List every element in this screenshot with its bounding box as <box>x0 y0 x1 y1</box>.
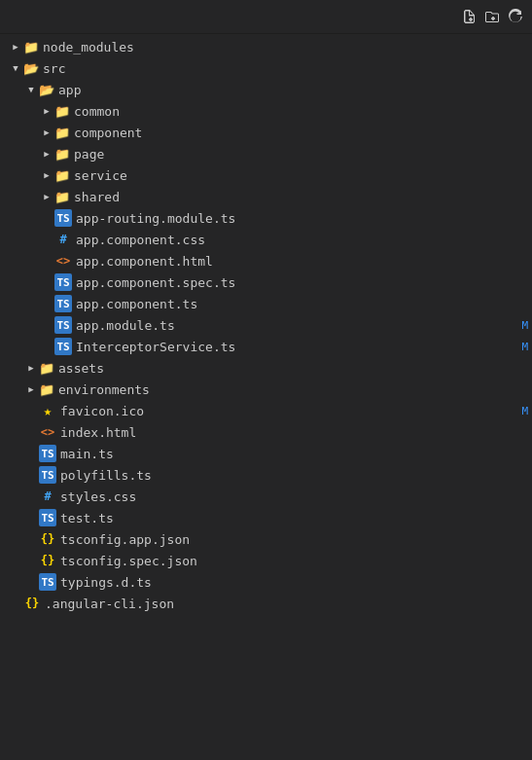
no-arrow <box>39 253 54 269</box>
file-explorer: 📁 node_modules 📂 src 📂 app 📁 common 📁 co… <box>0 0 532 760</box>
tree-item-app-component-ts[interactable]: TS app.component.ts <box>0 293 532 314</box>
ts-icon: TS <box>54 209 72 227</box>
arrow-right-icon <box>39 146 54 162</box>
tree-item-app-module-ts[interactable]: TS app.module.ts M <box>0 314 532 336</box>
tree-item-common[interactable]: 📁 common <box>0 100 532 122</box>
no-arrow <box>23 553 39 568</box>
item-label: component <box>74 126 142 140</box>
tree-item-app-component-html[interactable]: <> app.component.html <box>0 250 532 271</box>
tree-item-typings-d-ts[interactable]: TS typings.d.ts <box>0 571 532 593</box>
tree-item-environments[interactable]: 📁 environments <box>0 379 532 400</box>
ts-icon: TS <box>54 338 72 355</box>
json-icon: {} <box>39 530 56 548</box>
tree-item-test-ts[interactable]: TS test.ts <box>0 507 532 528</box>
folder-closed-icon: 📁 <box>54 126 70 140</box>
ts-icon: TS <box>39 509 56 526</box>
tree-item-assets[interactable]: 📁 assets <box>0 357 532 379</box>
item-label: .angular-cli.json <box>45 597 174 611</box>
item-label: app.component.html <box>76 254 213 269</box>
ts-icon: TS <box>54 273 72 291</box>
arrow-right-icon <box>23 360 39 376</box>
header-actions <box>460 8 524 25</box>
tree-item-main-ts[interactable]: TS main.ts <box>0 443 532 464</box>
folder-closed-icon: 📁 <box>54 147 70 162</box>
css-icon: # <box>39 488 56 505</box>
folder-closed-icon: 📁 <box>54 190 70 204</box>
item-label: typings.d.ts <box>60 575 152 590</box>
item-label: styles.css <box>60 489 136 504</box>
tree-item-app-component-css[interactable]: # app.component.css <box>0 229 532 250</box>
tree-item--angular-cli-json[interactable]: {} .angular-cli.json <box>0 593 532 614</box>
tree-item-tsconfig-spec-json[interactable]: {} tsconfig.spec.json <box>0 550 532 571</box>
no-arrow <box>39 317 54 333</box>
arrow-down-icon <box>23 82 39 97</box>
refresh-icon[interactable] <box>507 8 524 25</box>
arrow-right-icon <box>39 103 54 119</box>
ico-icon: ★ <box>39 402 56 419</box>
item-label: shared <box>74 190 120 204</box>
json-icon: {} <box>39 552 56 569</box>
arrow-right-icon <box>39 189 54 204</box>
tree-item-polyfills-ts[interactable]: TS polyfills.ts <box>0 464 532 486</box>
no-arrow <box>23 489 39 504</box>
item-label: app.module.ts <box>76 318 175 333</box>
item-label: page <box>74 147 104 162</box>
no-arrow <box>23 510 39 525</box>
folder-closed-icon: 📁 <box>54 168 70 183</box>
html-icon: <> <box>39 423 56 441</box>
item-label: app-routing.module.ts <box>76 211 235 226</box>
folder-closed-icon: 📁 <box>39 361 54 376</box>
tree-item-InterceptorService-ts[interactable]: TS InterceptorService.ts M <box>0 336 532 357</box>
tree-item-component[interactable]: 📁 component <box>0 122 532 143</box>
ts-icon: TS <box>54 295 72 312</box>
arrow-down-icon <box>8 60 23 76</box>
no-arrow <box>23 574 39 590</box>
folder-closed-icon: 📁 <box>39 382 54 397</box>
item-label: InterceptorService.ts <box>76 340 235 354</box>
item-label: node_modules <box>43 40 134 54</box>
folder-closed-icon: 📁 <box>54 104 70 119</box>
no-arrow <box>23 424 39 440</box>
item-label: tsconfig.app.json <box>60 532 190 547</box>
folder-open-icon: 📂 <box>23 61 39 76</box>
item-label: favicon.ico <box>60 404 144 418</box>
tree-item-index-html[interactable]: <> index.html <box>0 421 532 443</box>
no-arrow <box>39 274 54 290</box>
ts-icon: TS <box>39 573 56 591</box>
tree-item-favicon-ico[interactable]: ★ favicon.ico M <box>0 400 532 421</box>
tree-item-styles-css[interactable]: # styles.css <box>0 486 532 507</box>
tree-item-app-routing-module-ts[interactable]: TS app-routing.module.ts <box>0 207 532 229</box>
no-arrow <box>39 296 54 311</box>
new-folder-icon[interactable] <box>483 8 501 25</box>
arrow-right-icon <box>8 39 23 54</box>
ts-icon: TS <box>39 445 56 462</box>
folder-open-icon: 📂 <box>39 83 54 97</box>
tree-item-src[interactable]: 📂 src <box>0 57 532 79</box>
arrow-right-icon <box>39 167 54 183</box>
item-label: app.component.ts <box>76 297 197 311</box>
tree-item-shared[interactable]: 📁 shared <box>0 186 532 207</box>
tree-item-service[interactable]: 📁 service <box>0 164 532 186</box>
item-label: test.ts <box>60 511 114 525</box>
no-arrow <box>23 446 39 461</box>
no-arrow <box>39 210 54 226</box>
no-arrow <box>23 467 39 483</box>
item-label: src <box>43 61 65 76</box>
item-label: app.component.css <box>76 233 205 247</box>
tree-item-page[interactable]: 📁 page <box>0 143 532 164</box>
arrow-right-icon <box>23 381 39 397</box>
new-file-icon[interactable] <box>460 8 478 25</box>
no-arrow <box>8 596 23 611</box>
modified-badge: M <box>521 405 528 417</box>
no-arrow <box>39 232 54 247</box>
no-arrow <box>39 339 54 354</box>
tree-item-app[interactable]: 📂 app <box>0 79 532 100</box>
item-label: tsconfig.spec.json <box>60 554 197 568</box>
no-arrow <box>23 403 39 418</box>
tree-item-node-modules[interactable]: 📁 node_modules <box>0 36 532 57</box>
item-label: app <box>58 83 81 97</box>
item-label: environments <box>58 382 150 397</box>
item-label: main.ts <box>60 447 114 461</box>
tree-item-tsconfig-app-json[interactable]: {} tsconfig.app.json <box>0 528 532 550</box>
tree-item-app-component-spec-ts[interactable]: TS app.component.spec.ts <box>0 271 532 293</box>
